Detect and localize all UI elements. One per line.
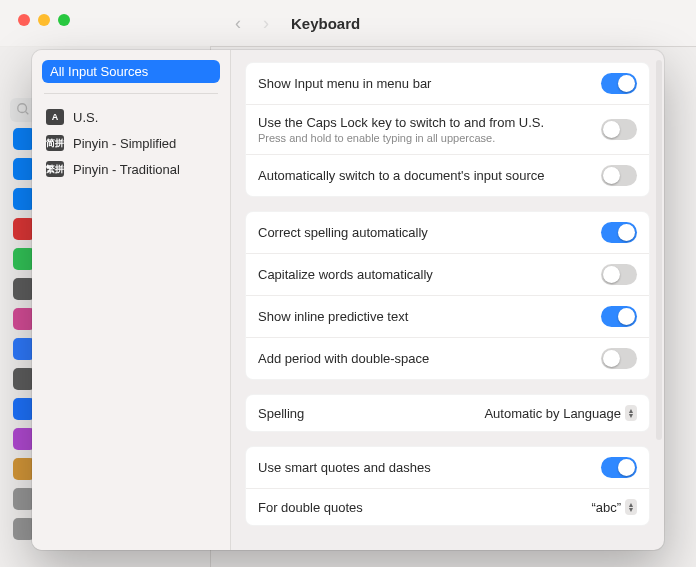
toggle-switch[interactable] xyxy=(601,306,637,327)
source-item[interactable]: 繁拼Pinyin - Traditional xyxy=(42,156,220,182)
select-value: Automatic by Language xyxy=(484,406,621,421)
settings-group: Correct spelling automaticallyCapitalize… xyxy=(245,211,650,380)
chevron-updown-icon: ▲▼ xyxy=(625,405,637,421)
source-badge-icon: 繁拼 xyxy=(46,161,64,177)
window-traffic-lights[interactable] xyxy=(18,14,70,26)
settings-row: For double quotes“abc”▲▼ xyxy=(246,489,649,525)
toggle-switch[interactable] xyxy=(601,457,637,478)
minimize-icon[interactable] xyxy=(38,14,50,26)
select-control[interactable]: Automatic by Language▲▼ xyxy=(484,405,637,421)
settings-label: Add period with double-space xyxy=(258,351,429,366)
all-input-sources[interactable]: All Input Sources xyxy=(42,60,220,83)
settings-row: SpellingAutomatic by Language▲▼ xyxy=(246,395,649,431)
settings-row: Capitalize words automatically xyxy=(246,254,649,296)
toggle-switch[interactable] xyxy=(601,165,637,186)
source-label: Pinyin - Traditional xyxy=(73,162,180,177)
settings-row: Correct spelling automatically xyxy=(246,212,649,254)
settings-row: Use smart quotes and dashes xyxy=(246,447,649,489)
close-icon[interactable] xyxy=(18,14,30,26)
toggle-switch[interactable] xyxy=(601,119,637,140)
forward-button[interactable]: › xyxy=(263,13,269,34)
toggle-switch[interactable] xyxy=(601,264,637,285)
settings-sublabel: Press and hold to enable typing in all u… xyxy=(258,132,544,144)
page-title: Keyboard xyxy=(291,15,360,32)
scrollbar[interactable] xyxy=(656,60,662,440)
settings-group: SpellingAutomatic by Language▲▼ xyxy=(245,394,650,432)
source-label: U.S. xyxy=(73,110,98,125)
toggle-switch[interactable] xyxy=(601,222,637,243)
settings-row: Automatically switch to a document's inp… xyxy=(246,155,649,196)
settings-group: Use smart quotes and dashesFor double qu… xyxy=(245,446,650,526)
settings-label: Show Input menu in menu bar xyxy=(258,76,431,91)
settings-row: Add period with double-space xyxy=(246,338,649,379)
source-badge-icon: A xyxy=(46,109,64,125)
source-item[interactable]: AU.S. xyxy=(42,104,220,130)
select-control[interactable]: “abc”▲▼ xyxy=(591,499,637,515)
input-sources-sheet: All Input Sources AU.S.简拼Pinyin - Simpli… xyxy=(32,50,664,550)
settings-label: Automatically switch to a document's inp… xyxy=(258,168,544,183)
settings-row: Show inline predictive text xyxy=(246,296,649,338)
settings-row: Show Input menu in menu bar xyxy=(246,63,649,105)
settings-label: Capitalize words automatically xyxy=(258,267,433,282)
divider xyxy=(44,93,218,94)
source-label: Pinyin - Simplified xyxy=(73,136,176,151)
settings-row: Use the Caps Lock key to switch to and f… xyxy=(246,105,649,155)
back-button[interactable]: ‹ xyxy=(235,13,241,34)
select-value: “abc” xyxy=(591,500,621,515)
chevron-updown-icon: ▲▼ xyxy=(625,499,637,515)
source-item[interactable]: 简拼Pinyin - Simplified xyxy=(42,130,220,156)
settings-group: Show Input menu in menu barUse the Caps … xyxy=(245,62,650,197)
source-badge-icon: 简拼 xyxy=(46,135,64,151)
settings-label: Use the Caps Lock key to switch to and f… xyxy=(258,115,544,130)
toggle-switch[interactable] xyxy=(601,348,637,369)
settings-label: Spelling xyxy=(258,406,304,421)
settings-label: Correct spelling automatically xyxy=(258,225,428,240)
toggle-switch[interactable] xyxy=(601,73,637,94)
settings-label: Show inline predictive text xyxy=(258,309,408,324)
settings-label: For double quotes xyxy=(258,500,363,515)
settings-label: Use smart quotes and dashes xyxy=(258,460,431,475)
zoom-icon[interactable] xyxy=(58,14,70,26)
